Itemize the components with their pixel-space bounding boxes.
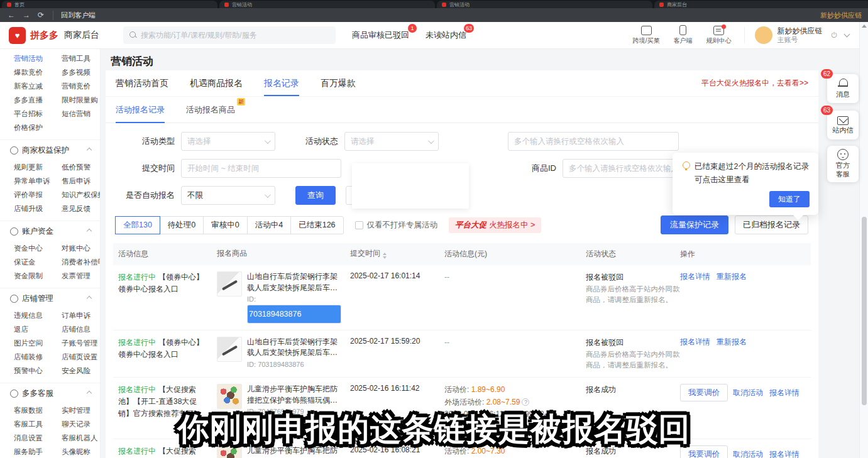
unread-mail-link[interactable]: 未读站内信 63 bbox=[426, 30, 466, 41]
browser-tab[interactable]: 首页 bbox=[2, 1, 217, 8]
forward-icon[interactable]: → bbox=[23, 11, 30, 19]
header-link-client[interactable]: 客户端 bbox=[674, 25, 693, 45]
product-image[interactable] bbox=[217, 271, 242, 297]
reload-icon[interactable]: ⟳ bbox=[38, 11, 44, 19]
sidebar-item[interactable]: 安全风险 bbox=[62, 364, 100, 378]
sidebar-group-header[interactable]: 店铺管理 bbox=[0, 288, 100, 308]
sidebar-group-header[interactable]: 账户资金 bbox=[0, 221, 100, 241]
review-rejected-link[interactable]: 商品审核已驳回 1 bbox=[352, 30, 409, 41]
main-tab[interactable]: 机遇商品报名 bbox=[190, 71, 243, 96]
traffic-protection-button[interactable]: 流量保护记录 bbox=[661, 215, 728, 234]
sidebar-item[interactable]: 异常单申诉 bbox=[14, 174, 52, 188]
action-link[interactable]: 重新报名 bbox=[717, 337, 747, 347]
browser-profile[interactable]: 新妙妙供应链 bbox=[820, 11, 862, 20]
sidebar-item[interactable]: 店铺页设置 bbox=[62, 350, 100, 364]
scroll-up-arrow[interactable] bbox=[862, 25, 867, 28]
got-it-button[interactable]: 知道了 bbox=[769, 191, 810, 207]
product-image[interactable] bbox=[217, 337, 242, 362]
sidebar-item[interactable]: 售后申诉 bbox=[62, 174, 101, 188]
sidebar-item[interactable]: 店铺装修 bbox=[14, 350, 52, 364]
sidebar-item[interactable]: 保证金 bbox=[14, 255, 52, 269]
sidebar-item[interactable]: 营销工具 bbox=[62, 52, 100, 65]
sidebar-item[interactable]: 对账中心 bbox=[62, 241, 101, 255]
submit-time-range-input[interactable]: 开始时间 ~ 结束时间 bbox=[181, 159, 341, 178]
sidebar-item[interactable]: 发票管理 bbox=[62, 269, 101, 283]
site-mail-button[interactable]: 63 站内信 bbox=[827, 111, 859, 139]
main-tab[interactable]: 营销活动首页 bbox=[116, 71, 168, 96]
product-image[interactable] bbox=[217, 384, 242, 409]
main-tab[interactable]: 百万爆款 bbox=[321, 71, 356, 96]
sidebar-item[interactable]: 消费者补偿明细 bbox=[62, 255, 101, 269]
main-tab[interactable]: 报名记录 bbox=[264, 71, 299, 96]
sidebar-item[interactable]: 子账号管理 bbox=[62, 336, 100, 350]
pinduoduo-logo-icon[interactable]: ♥ bbox=[9, 27, 26, 44]
status-tab[interactable]: 全部130 bbox=[115, 216, 160, 234]
sidebar-item[interactable]: 多多视频 bbox=[62, 65, 100, 79]
sortable-header[interactable]: 提交时间 bbox=[350, 248, 444, 260]
action-link[interactable]: 重新报名 bbox=[717, 271, 747, 282]
action-link[interactable]: 报名详情 bbox=[769, 388, 799, 398]
goods-id-input[interactable]: 多个输入请换行或空格依次输入 bbox=[563, 159, 679, 178]
back-icon[interactable]: ← bbox=[8, 11, 15, 19]
sidebar-item[interactable]: 评价举报 bbox=[14, 188, 52, 202]
sidebar-item[interactable]: 预警中心 bbox=[14, 364, 52, 378]
hot-promo-pill[interactable]: 平台大促火热报名中 > bbox=[449, 217, 541, 233]
sidebar-item[interactable]: 资金中心 bbox=[14, 241, 52, 255]
logout-icon[interactable]: ⏻ bbox=[832, 31, 838, 40]
sidebar-item[interactable]: 营销活动 bbox=[14, 52, 52, 65]
sidebar-item[interactable]: 店铺升级 bbox=[14, 202, 52, 215]
action-link[interactable]: 报名详情 bbox=[680, 337, 710, 347]
avatar[interactable] bbox=[755, 26, 772, 44]
address-text[interactable]: 回到客户端 bbox=[53, 11, 96, 20]
sidebar-item[interactable]: 规则更新 bbox=[14, 160, 52, 174]
sidebar-item[interactable]: 新客立减 bbox=[14, 79, 52, 93]
activity-id-input[interactable]: 多个输入请换行或空格依次输入 bbox=[508, 132, 679, 151]
browser-tab[interactable]: 营销活动 bbox=[437, 1, 652, 8]
header-link-rules[interactable]: 规则中心 bbox=[706, 26, 732, 45]
global-search-input[interactable]: 搜索功能/订单/课程/规则/帮助/服务 bbox=[123, 26, 336, 44]
sidebar-item[interactable]: 多多直播 bbox=[14, 93, 52, 107]
header-link-crossborder[interactable]: 跨境/买菜 bbox=[633, 26, 660, 45]
browser-tab[interactable]: 营销活动 bbox=[219, 1, 435, 8]
promo-link[interactable]: 平台大促火热报名中，去看看>> bbox=[701, 78, 808, 89]
sidebar-item[interactable]: 意见反馈 bbox=[62, 202, 101, 215]
status-tab[interactable]: 审核中0 bbox=[203, 216, 247, 234]
official-service-button[interactable]: 官方客服 bbox=[827, 146, 859, 182]
sidebar-item[interactable]: 爆款竞价 bbox=[14, 65, 52, 79]
auto-signup-select[interactable]: 不限 bbox=[181, 186, 275, 205]
query-button[interactable]: 查询 bbox=[295, 186, 336, 205]
sidebar-item[interactable]: 短信营销 bbox=[62, 107, 100, 121]
action-link[interactable]: 报名详情 bbox=[680, 271, 710, 282]
sidebar-item[interactable]: 限时限量购 bbox=[62, 93, 100, 107]
sidebar-item[interactable]: 资金限制 bbox=[14, 269, 52, 283]
sidebar-item[interactable]: 订单申诉 bbox=[62, 308, 100, 322]
activity-status-select[interactable]: 请选择 bbox=[344, 132, 439, 151]
browser-tab[interactable]: 商家后台 bbox=[654, 1, 868, 8]
status-tab[interactable]: 已结束126 bbox=[290, 216, 343, 234]
question-icon[interactable]: ? bbox=[522, 398, 529, 406]
chevron-down-icon bbox=[265, 138, 271, 144]
exclusive-activity-checkbox[interactable] bbox=[355, 221, 363, 229]
sub-tab[interactable]: 活动报名记录 bbox=[116, 97, 165, 123]
sidebar-item[interactable]: 价格保护 bbox=[14, 121, 52, 134]
sidebar-item[interactable]: 图片空间 bbox=[14, 336, 52, 350]
status-tab[interactable]: 活动中4 bbox=[247, 216, 291, 234]
sidebar-group-header[interactable]: 多多客服 bbox=[0, 383, 100, 403]
action-link[interactable]: 取消活动 bbox=[733, 388, 763, 398]
messages-button[interactable]: 62 消息 bbox=[827, 74, 859, 103]
scrollbar-thumb[interactable] bbox=[862, 217, 867, 405]
chevron-down-icon[interactable] bbox=[844, 31, 850, 38]
sidebar-group-header[interactable]: 商家权益保护 bbox=[0, 140, 100, 160]
sub-tab[interactable]: 活动报名商品 新 bbox=[186, 97, 235, 123]
sidebar-item[interactable]: 低价预警 bbox=[62, 160, 101, 174]
sidebar-item[interactable]: 营销竞价 bbox=[62, 79, 100, 93]
sidebar-item[interactable]: 店铺信息 bbox=[62, 322, 100, 336]
sidebar-item[interactable]: 退店 bbox=[14, 322, 52, 336]
sidebar-item[interactable]: 知识产权保护 bbox=[62, 188, 101, 202]
status-tab[interactable]: 待处理0 bbox=[160, 216, 204, 234]
sidebar-item[interactable]: 平台招标 bbox=[14, 107, 52, 121]
page-scrollbar[interactable] bbox=[859, 22, 868, 458]
sidebar-item[interactable]: 违规信息 bbox=[14, 308, 52, 322]
adjust-price-button[interactable]: 我要调价 bbox=[680, 384, 728, 401]
activity-type-select[interactable]: 请选择 bbox=[181, 132, 275, 151]
